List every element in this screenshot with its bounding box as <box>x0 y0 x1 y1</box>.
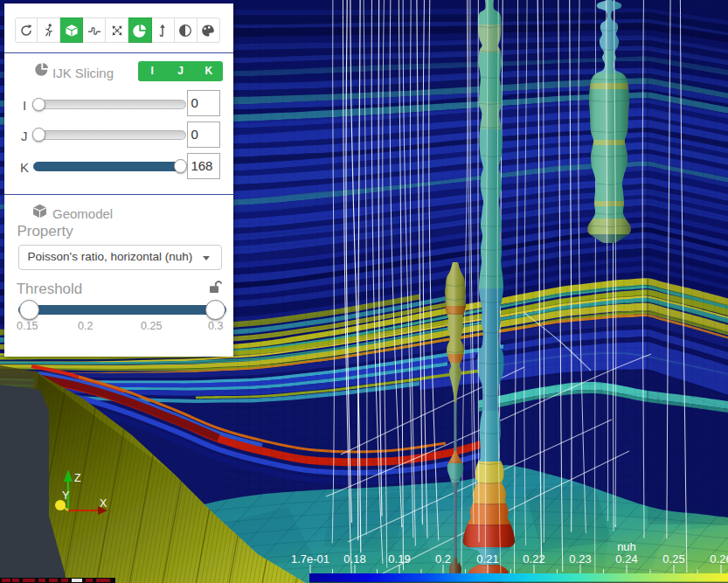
svg-text:0.25: 0.25 <box>662 552 684 566</box>
svg-text:0.19: 0.19 <box>388 552 410 566</box>
svg-text:0.24: 0.24 <box>615 552 637 566</box>
svg-text:0.23: 0.23 <box>569 552 591 566</box>
svg-text:0.18: 0.18 <box>343 552 365 566</box>
svg-text:Y: Y <box>62 489 70 502</box>
svg-text:nuh: nuh <box>617 540 636 553</box>
svg-text:1.7e-01: 1.7e-01 <box>291 552 329 566</box>
svg-text:X: X <box>100 497 107 510</box>
svg-text:0.2: 0.2 <box>435 552 451 566</box>
svg-text:0.22: 0.22 <box>523 552 544 566</box>
svg-text:Z: Z <box>74 472 81 484</box>
svg-text:0.21: 0.21 <box>476 552 498 566</box>
svg-text:0.26: 0.26 <box>710 552 728 566</box>
